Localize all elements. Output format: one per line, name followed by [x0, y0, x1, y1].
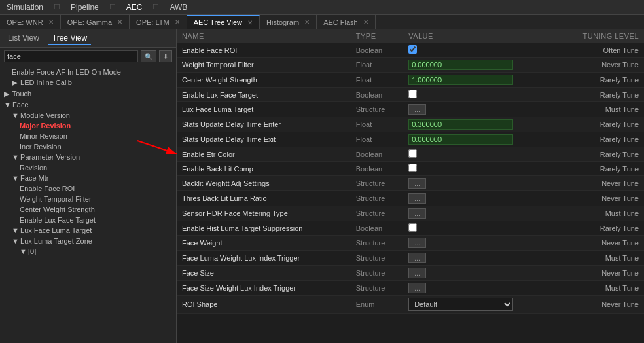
- value-input[interactable]: [408, 134, 513, 145]
- tab-ope-wnr[interactable]: OPE: WNR ✕: [0, 15, 61, 29]
- cell-name: Stats Update Delay Time Enter: [177, 117, 351, 132]
- cell-name: Center Weight Strength: [177, 73, 351, 88]
- cell-tuning: Never Tune: [556, 266, 644, 281]
- cell-value[interactable]: [403, 73, 556, 88]
- value-structure-button[interactable]: ...: [408, 253, 426, 263]
- main-content: List View Tree View 🔍 ⬇ Enable Force AF …: [0, 29, 644, 343]
- tree-item-lux-luma-target-zone[interactable]: ▼ Lux Luma Target Zone: [0, 236, 176, 246]
- tree-view-btn[interactable]: Tree View: [48, 32, 91, 45]
- cell-type: Float: [351, 132, 403, 147]
- cell-name: Face Weight: [177, 236, 351, 251]
- cell-type: Structure: [351, 281, 403, 296]
- search-button[interactable]: 🔍: [141, 50, 156, 62]
- cell-name: Face Size: [177, 266, 351, 281]
- tree-item-face[interactable]: ▼ Face: [0, 99, 176, 110]
- cell-value[interactable]: ...: [403, 191, 556, 206]
- close-tab-aec-flash[interactable]: ✕: [363, 18, 368, 26]
- close-tab-ope-wnr[interactable]: ✕: [48, 18, 54, 26]
- cell-value[interactable]: ...: [403, 236, 556, 251]
- value-structure-button[interactable]: ...: [408, 193, 426, 204]
- col-name: NAME: [177, 29, 351, 43]
- cell-value[interactable]: ...: [403, 251, 556, 266]
- tab-aec-tree-view[interactable]: AEC Tree View ✕: [187, 15, 260, 29]
- tree-item-touch[interactable]: ▶ Touch: [0, 88, 176, 99]
- value-structure-button[interactable]: ...: [408, 178, 426, 189]
- cell-value[interactable]: [403, 58, 556, 73]
- value-select[interactable]: DefaultCircleSquare: [408, 298, 513, 311]
- cell-name: Stats Update Delay Time Exit: [177, 132, 351, 147]
- cell-value[interactable]: DefaultCircleSquare: [403, 296, 556, 314]
- cell-tuning: Never Tune: [556, 191, 644, 206]
- table-row: Face SizeStructure...Never Tune: [177, 266, 644, 281]
- value-structure-button[interactable]: ...: [408, 238, 426, 248]
- menu-simulation[interactable]: Simulation: [4, 1, 46, 13]
- tree-item-enable-lux-face-target[interactable]: Enable Lux Face Target: [0, 215, 176, 225]
- tab-aec-flash[interactable]: AEC Flash ✕: [317, 15, 376, 29]
- value-checkbox[interactable]: [408, 223, 417, 232]
- table-row: Thres Back Lit Luma RatioStructure...Nev…: [177, 191, 644, 206]
- cell-value[interactable]: ...: [403, 266, 556, 281]
- tree-item-minor-revision[interactable]: Minor Revision: [0, 131, 176, 141]
- cell-name: Lux Face Luma Target: [177, 102, 351, 117]
- value-checkbox[interactable]: [408, 164, 417, 172]
- close-tab-ope-gamma[interactable]: ✕: [117, 18, 122, 26]
- tree-item-led-inline-calib[interactable]: ▶ LED Inline Calib: [0, 77, 176, 88]
- tree-item-major-revision[interactable]: Major Revision: [0, 120, 176, 131]
- col-value: VALUE: [403, 29, 556, 43]
- menu-aec[interactable]: AEC: [124, 1, 145, 13]
- cell-tuning: Never Tune: [556, 176, 644, 191]
- table-row: Weight Temporal FilterFloatNever Tune: [177, 58, 644, 73]
- tree-item-module-version[interactable]: ▼ Module Version: [0, 110, 176, 120]
- table-row: Sensor HDR Face Metering TypeStructure..…: [177, 206, 644, 221]
- close-tab-aec-tree-view[interactable]: ✕: [247, 19, 253, 26]
- cell-value[interactable]: ...: [403, 206, 556, 221]
- value-input[interactable]: [408, 60, 513, 70]
- value-checkbox[interactable]: [408, 45, 417, 54]
- value-checkbox[interactable]: [408, 149, 417, 158]
- menu-awb[interactable]: AWB: [167, 1, 190, 13]
- value-checkbox[interactable]: [408, 90, 417, 98]
- value-structure-button[interactable]: ...: [408, 283, 426, 293]
- cell-type: Structure: [351, 176, 403, 191]
- tree-item-lux-face-luma-target[interactable]: ▼ Lux Face Luma Target: [0, 225, 176, 236]
- cell-value[interactable]: [403, 132, 556, 147]
- tree-item-enable-face-roi[interactable]: Enable Face ROI: [0, 183, 176, 194]
- cell-value[interactable]: ...: [403, 281, 556, 296]
- table-row: Enable Lux Face TargetBooleanRarely Tune: [177, 88, 644, 102]
- value-structure-button[interactable]: ...: [408, 104, 426, 115]
- tree-item-weight-temporal-filter[interactable]: Weight Temporal Filter: [0, 194, 176, 204]
- cell-tuning: Must Tune: [556, 281, 644, 296]
- tab-ope-gamma[interactable]: OPE: Gamma ✕: [61, 15, 130, 29]
- tab-ope-ltm[interactable]: OPE: LTM ✕: [130, 15, 187, 29]
- search-next-button[interactable]: ⬇: [159, 50, 172, 62]
- tree-item-face-mtr[interactable]: ▼ Face Mtr: [0, 173, 176, 183]
- value-input[interactable]: [408, 119, 513, 130]
- cell-tuning: Rarely Tune: [556, 73, 644, 88]
- cell-type: Structure: [351, 236, 403, 251]
- cell-type: Structure: [351, 102, 403, 117]
- search-input[interactable]: [4, 50, 138, 62]
- cell-type: Boolean: [351, 147, 403, 162]
- tree-item-parameter-version[interactable]: ▼ Parameter Version: [0, 152, 176, 162]
- cell-value[interactable]: ...: [403, 176, 556, 191]
- cell-type: Boolean: [351, 88, 403, 102]
- tree-item-incr-revision[interactable]: Incr Revision: [0, 141, 176, 152]
- list-view-btn[interactable]: List View: [4, 32, 43, 45]
- cell-value: [403, 43, 556, 58]
- tree-item-index-0[interactable]: ▼ [0]: [0, 246, 176, 257]
- tree-item-center-weight-strength[interactable]: Center Weight Strength: [0, 204, 176, 215]
- cell-value: [403, 88, 556, 102]
- close-tab-ope-ltm[interactable]: ✕: [175, 18, 180, 26]
- cell-value[interactable]: [403, 117, 556, 132]
- tree-item-enable-force-af[interactable]: Enable Force AF In LED On Mode: [0, 67, 176, 77]
- cell-tuning: Rarely Tune: [556, 117, 644, 132]
- value-structure-button[interactable]: ...: [408, 268, 426, 278]
- tab-histogram[interactable]: Histogram ✕: [260, 15, 317, 29]
- cell-name: Backlit Weightt Adj Settings: [177, 176, 351, 191]
- menu-pipeline[interactable]: Pipeline: [68, 1, 101, 13]
- tree-item-revision[interactable]: Revision: [0, 162, 176, 173]
- value-structure-button[interactable]: ...: [408, 208, 426, 219]
- value-input[interactable]: [408, 75, 513, 85]
- close-tab-histogram[interactable]: ✕: [304, 18, 310, 26]
- cell-value[interactable]: ...: [403, 102, 556, 117]
